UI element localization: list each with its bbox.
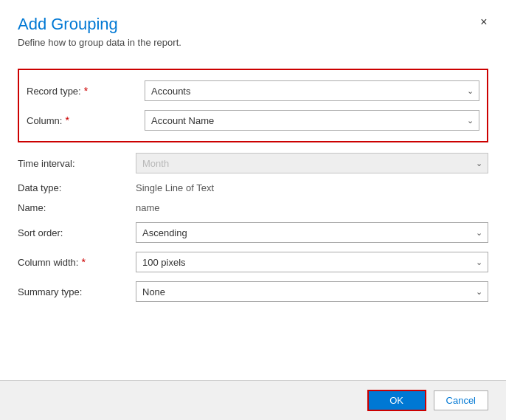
add-grouping-dialog: × Add Grouping Define how to group data … [0,0,506,420]
summary-type-row: Summary type: None Sum Count Average ⌄ [18,277,488,306]
sort-order-row: Sort order: Ascending Descending ⌄ [18,218,488,247]
name-value: name [136,202,160,213]
ok-button[interactable]: OK [367,390,426,411]
record-type-select[interactable]: Accounts [145,80,479,101]
name-row: Name: name [18,198,488,218]
sort-order-select-wrapper: Ascending Descending ⌄ [136,222,488,243]
dialog-body: Record type: * Accounts ⌄ Column: * [0,54,506,380]
column-control: Account Name ⌄ [145,110,479,131]
column-select[interactable]: Account Name [145,110,479,131]
column-width-control: 100 pixels 150 pixels 200 pixels ⌄ [136,252,488,272]
time-interval-select-wrapper: Month ⌄ [136,153,488,173]
record-type-control: Accounts ⌄ [145,80,479,101]
dialog-subtitle: Define how to group data in the report. [18,37,488,48]
column-width-row: Column width: * 100 pixels 150 pixels 20… [18,247,488,277]
column-row: Column: * Account Name ⌄ [27,106,479,135]
summary-type-select-wrapper: None Sum Count Average ⌄ [136,281,488,302]
summary-type-label: Summary type: [18,286,136,297]
dialog-title: Add Grouping [18,15,488,34]
dialog-footer: OK Cancel [0,380,506,420]
summary-type-control: None Sum Count Average ⌄ [136,281,488,302]
cancel-button[interactable]: Cancel [434,390,488,410]
data-type-value-wrap: Single Line of Text [136,182,488,193]
sort-order-control: Ascending Descending ⌄ [136,222,488,243]
record-type-label: Record type: * [27,85,145,97]
column-width-select[interactable]: 100 pixels 150 pixels 200 pixels [136,252,488,272]
data-type-value: Single Line of Text [136,182,214,193]
column-width-select-wrapper: 100 pixels 150 pixels 200 pixels ⌄ [136,252,488,272]
time-interval-control: Month ⌄ [136,153,488,173]
column-label: Column: * [27,114,145,126]
column-select-wrapper: Account Name ⌄ [145,110,479,131]
close-button[interactable]: × [474,12,494,32]
name-value-wrap: name [136,202,488,213]
dialog-header: Add Grouping Define how to group data in… [0,0,506,54]
record-type-select-wrapper: Accounts ⌄ [145,80,479,101]
column-required: * [65,114,69,126]
highlighted-fields: Record type: * Accounts ⌄ Column: * [18,69,488,142]
sort-order-label: Sort order: [18,227,136,238]
column-width-label: Column width: * [18,256,136,268]
data-type-row: Data type: Single Line of Text [18,178,488,198]
record-type-row: Record type: * Accounts ⌄ [27,76,479,106]
record-type-required: * [84,85,88,97]
time-interval-label: Time interval: [18,158,136,169]
time-interval-row: Time interval: Month ⌄ [18,148,488,178]
sort-order-select[interactable]: Ascending Descending [136,222,488,243]
data-type-label: Data type: [18,182,136,193]
close-icon: × [480,16,487,29]
summary-type-select[interactable]: None Sum Count Average [136,281,488,302]
name-label: Name: [18,202,136,213]
column-width-required: * [81,256,85,268]
time-interval-select[interactable]: Month [136,153,488,173]
